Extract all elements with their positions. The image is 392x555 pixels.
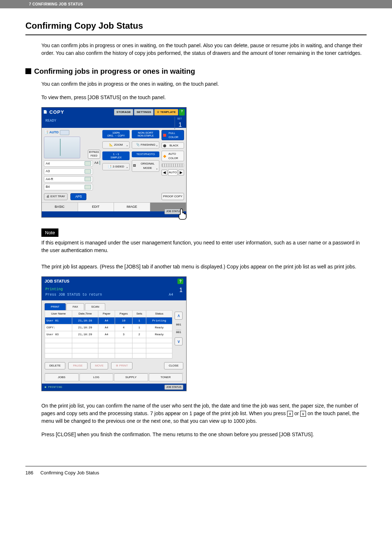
black-dots-icon: ⚫: [163, 144, 168, 147]
auto-indicator: 📑 AUTO: [44, 130, 100, 135]
pause-button[interactable]: PAUSE: [68, 362, 87, 369]
table-row-empty: [45, 348, 172, 353]
section-heading-text: Confirming jobs in progress or ones in w…: [34, 66, 195, 77]
after-note-text: The print job list appears. (Press the […: [41, 263, 367, 271]
footer-job-status-button[interactable]: JOB STATUS: [164, 385, 183, 390]
storage-tab[interactable]: STORAGE: [114, 109, 133, 116]
note-text: If this equipment is managed under the u…: [41, 239, 367, 254]
density-down-button[interactable]: ◀: [162, 170, 167, 175]
edit-tab[interactable]: EDIT: [78, 203, 114, 211]
set-counter: SET 1: [175, 117, 184, 130]
paper-icon: [85, 161, 91, 166]
current-paper: A4: [169, 292, 173, 297]
density-auto-button[interactable]: AUTO: [168, 169, 177, 176]
ready-text: READY: [45, 119, 56, 123]
move-button[interactable]: MOVE: [90, 362, 109, 369]
section-heading: Confirming jobs in progress or ones in w…: [25, 66, 367, 77]
printing-text: Printing: [45, 287, 63, 291]
template-tab[interactable]: ☆ TEMPLATE: [154, 109, 178, 116]
original-mode-button[interactable]: 🖼 ORIGINAL MODE▸: [132, 160, 159, 172]
col-pages: Pages: [115, 310, 132, 317]
col-status: Status: [146, 310, 172, 317]
paper-icon: [85, 177, 91, 181]
job-status-subheader: Printing Press JOB STATUS to return A4 1: [42, 286, 186, 300]
copy-count: 1: [179, 286, 183, 295]
tray-a4[interactable]: A4: [44, 161, 93, 167]
density-up-button[interactable]: ▶: [178, 170, 184, 175]
page-number: 186: [25, 469, 33, 477]
note-label: Note: [41, 228, 58, 237]
delete-button[interactable]: DELETE: [45, 362, 65, 369]
col-paper: Paper: [98, 310, 115, 317]
footer-title: Confirming Copy Job Status: [40, 470, 99, 475]
density-scale: [162, 163, 184, 167]
log-tab[interactable]: LOG: [79, 373, 114, 381]
paper-icon: [85, 185, 91, 189]
after-fig2-p1: On the print job list, you can confirm t…: [41, 402, 367, 425]
auto-color-button[interactable]: 🔶AUTO COLOR: [162, 151, 184, 161]
text-photo-tile: TEXT/PHOTO: [132, 151, 159, 157]
fax-tab[interactable]: FAX: [66, 303, 84, 310]
tray-b4[interactable]: B4: [44, 184, 93, 190]
bypass-feed-button[interactable]: BYPASS FEED: [88, 150, 100, 159]
close-button[interactable]: CLOSE: [164, 362, 183, 369]
full-color-button[interactable]: 🟥FULL COLOR: [162, 130, 184, 141]
col-sets: Sets: [132, 310, 146, 317]
col-date: Date,Time: [72, 310, 98, 317]
page-footer: 186 Confirming Copy Job Status: [25, 466, 367, 477]
after-fig2-close: Press [CLOSE] when you finish the confir…: [41, 431, 367, 438]
basic-tab[interactable]: BASIC: [42, 203, 78, 211]
scan-tab[interactable]: SCAN: [85, 303, 105, 310]
large-tray[interactable]: A4: [94, 161, 100, 191]
finishing-button[interactable]: 📎 FINISHING▸: [132, 141, 159, 149]
paper-icon: [99, 161, 100, 165]
section-line1: You can confirm the jobs in progress or …: [41, 80, 367, 88]
aps-button[interactable]: APS: [70, 193, 86, 200]
bullet-square-icon: [25, 68, 31, 74]
footer-status-text: ■ PRINTING: [45, 385, 62, 389]
help-button[interactable]: ?: [177, 279, 183, 284]
tray-a3[interactable]: A3: [44, 168, 93, 175]
intro-text: You can confirm jobs in progress or ones…: [41, 42, 367, 57]
copy-icon: 📄: [43, 110, 47, 115]
settings-tab[interactable]: SETTINGS: [134, 109, 154, 116]
job-status-title: JOB STATUS: [45, 278, 69, 284]
table-row-empty: [45, 353, 172, 358]
page-down-button[interactable]: ∨: [175, 337, 183, 345]
down-key-icon: ∨: [300, 411, 306, 417]
table-row[interactable]: COPY:21,10:29A441Ready: [45, 324, 172, 331]
job-table: User Name Date,Time Paper Pages Sets Sta…: [45, 310, 172, 358]
col-user: User Name: [45, 310, 72, 317]
ready-bar: READY SET 1: [42, 117, 186, 128]
print-tab[interactable]: PRINT: [45, 303, 66, 310]
page-up-button[interactable]: ∧: [175, 312, 183, 320]
sort-tile: NON-SORT NON-STAPLE: [132, 130, 159, 139]
table-row[interactable]: User 0121,10:28A4101Printing: [45, 317, 172, 324]
black-button[interactable]: ⚫BLACK: [162, 142, 184, 149]
job-status-titlebar: JOB STATUS ?: [42, 277, 186, 286]
jobs-tab[interactable]: JOBS: [45, 373, 79, 381]
help-button[interactable]: ?: [179, 109, 185, 116]
section-line2: To view them, press [JOB STATUS] on the …: [41, 94, 367, 101]
exit-tray-button[interactable]: 🖨 EXIT TRAY: [44, 193, 68, 200]
table-row-empty: [45, 338, 172, 343]
table-row[interactable]: User 0321,10:29A432Ready: [45, 331, 172, 338]
color-dots-icon: 🟥: [163, 133, 167, 137]
figure-job-status-panel: JOB STATUS ? Printing Press JOB STATUS t…: [41, 276, 367, 391]
image-tab[interactable]: IMAGE: [114, 203, 150, 211]
copy-title: COPY: [49, 109, 64, 116]
supply-tab[interactable]: SUPPLY: [114, 373, 148, 381]
print-button[interactable]: ⊕ PRINT: [111, 362, 132, 369]
scanner-graphic: [44, 137, 80, 158]
page-current: 001: [176, 323, 181, 327]
copy-titlebar: 📄 COPY STORAGE SETTINGS ☆ TEMPLATE ?: [42, 108, 186, 117]
tray-a4r[interactable]: A4-R: [44, 176, 93, 183]
page-total: 001: [176, 330, 181, 335]
toner-tab[interactable]: TONER: [149, 373, 183, 381]
paper-icon: [85, 169, 91, 174]
proof-copy-button[interactable]: PROOF COPY: [162, 193, 184, 200]
two-sided-button[interactable]: 📑 2-SIDED▸: [102, 163, 130, 170]
zoom-button[interactable]: 📐 ZOOM▸: [102, 141, 130, 149]
auto-dots-icon: 🔶: [163, 154, 167, 158]
job-status-footer: ■ PRINTING JOB STATUS: [42, 384, 186, 391]
